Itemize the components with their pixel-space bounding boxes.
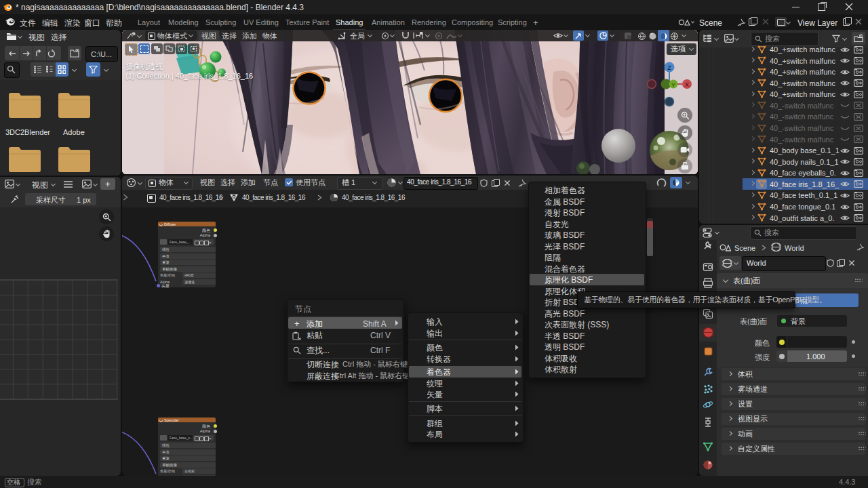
svg-text:Y: Y <box>671 82 675 88</box>
svg-text:Z: Z <box>667 64 671 71</box>
svg-text:X: X <box>685 81 689 88</box>
